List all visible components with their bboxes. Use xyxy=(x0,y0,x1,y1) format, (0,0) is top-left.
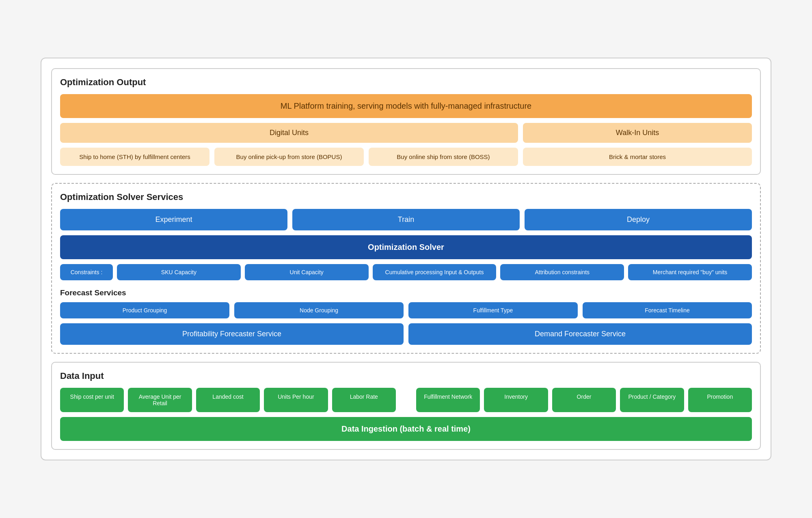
data-ingestion-btn[interactable]: Data Ingestion (batch & real time) xyxy=(60,417,752,441)
merchant-buy-btn[interactable]: Merchant required "buy" units xyxy=(628,264,752,280)
unit-capacity-btn[interactable]: Unit Capacity xyxy=(245,264,369,280)
solver-forecast-section: Optimization Solver Services Experiment … xyxy=(51,183,761,354)
constraints-row: Constraints : SKU Capacity Unit Capacity… xyxy=(60,264,752,280)
deploy-btn[interactable]: Deploy xyxy=(525,209,752,230)
walk-in-units-box: Walk-In Units xyxy=(523,123,752,143)
profitability-btn[interactable]: Profitability Forecaster Service xyxy=(60,323,404,345)
main-container: Optimization Output ML Platform training… xyxy=(41,58,771,460)
landed-cost-btn[interactable]: Landed cost xyxy=(196,388,260,412)
forecast-bottom-row: Profitability Forecaster Service Demand … xyxy=(60,323,752,345)
ml-platform-banner: ML Platform training, serving models wit… xyxy=(60,94,752,118)
boss-box: Buy online ship from store (BOSS) xyxy=(369,148,518,166)
order-btn[interactable]: Order xyxy=(552,388,616,412)
ship-to-home-box: Ship to home (STH) by fulfillment center… xyxy=(60,148,209,166)
attribution-btn[interactable]: Attribution constraints xyxy=(500,264,624,280)
optimization-output-title: Optimization Output xyxy=(60,77,752,88)
node-grouping-btn[interactable]: Node Grouping xyxy=(234,302,404,318)
ship-cost-btn[interactable]: Ship cost per unit xyxy=(60,388,124,412)
fulfillment-row: Ship to home (STH) by fulfillment center… xyxy=(60,148,752,166)
forecast-services-title: Forecast Services xyxy=(60,288,752,297)
labor-rate-btn[interactable]: Labor Rate xyxy=(332,388,396,412)
data-input-section: Data Input Ship cost per unit Average Un… xyxy=(51,362,761,450)
data-input-title: Data Input xyxy=(60,371,752,381)
optimization-output-section: Optimization Output ML Platform training… xyxy=(51,68,761,175)
avg-unit-btn[interactable]: Average Unit per Retail xyxy=(128,388,192,412)
forecast-timeline-btn[interactable]: Forecast Timeline xyxy=(583,302,752,318)
data-input-chips-row: Ship cost per unit Average Unit per Reta… xyxy=(60,388,752,412)
digital-units-box: Digital Units xyxy=(60,123,518,143)
promotion-btn[interactable]: Promotion xyxy=(688,388,752,412)
brick-mortar-box: Brick & mortar stores xyxy=(523,148,752,166)
inventory-btn[interactable]: Inventory xyxy=(484,388,548,412)
digital-fulfillment-row: Ship to home (STH) by fulfillment center… xyxy=(60,148,518,166)
sku-capacity-btn[interactable]: SKU Capacity xyxy=(117,264,241,280)
fulfillment-network-btn[interactable]: Fulfillment Network xyxy=(416,388,480,412)
product-category-btn[interactable]: Product / Category xyxy=(620,388,684,412)
train-btn[interactable]: Train xyxy=(292,209,520,230)
fulfillment-type-btn[interactable]: Fulfillment Type xyxy=(408,302,578,318)
product-grouping-btn[interactable]: Product Grouping xyxy=(60,302,229,318)
digital-walkin-row: Digital Units Walk-In Units xyxy=(60,123,752,143)
cumulative-btn[interactable]: Cumulative processing Input & Outputs xyxy=(373,264,497,280)
solver-title: Optimization Solver Services xyxy=(60,192,752,202)
units-per-hour-btn[interactable]: Units Per hour xyxy=(264,388,328,412)
experiment-btn[interactable]: Experiment xyxy=(60,209,287,230)
gap-spacer xyxy=(400,388,412,412)
bopus-box: Buy online pick-up from store (BOPUS) xyxy=(214,148,364,166)
demand-btn[interactable]: Demand Forecaster Service xyxy=(408,323,752,345)
constraints-label-btn: Constraints : xyxy=(60,264,113,280)
forecast-top-row: Product Grouping Node Grouping Fulfillme… xyxy=(60,302,752,318)
experiment-train-deploy-row: Experiment Train Deploy xyxy=(60,209,752,230)
optimization-solver-btn[interactable]: Optimization Solver xyxy=(60,235,752,259)
